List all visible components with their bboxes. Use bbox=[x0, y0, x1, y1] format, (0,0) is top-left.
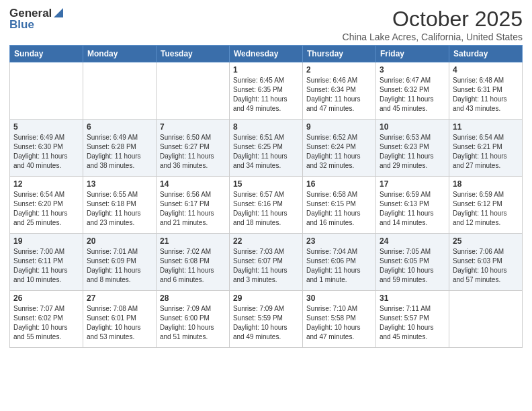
day-info: Sunrise: 6:51 AM Sunset: 6:25 PM Dayligh… bbox=[233, 133, 299, 171]
title-area: October 2025 China Lake Acres, Californi… bbox=[343, 7, 523, 42]
header-monday: Monday bbox=[83, 46, 157, 62]
day-info: Sunrise: 6:55 AM Sunset: 6:18 PM Dayligh… bbox=[87, 190, 152, 228]
table-row: 7Sunrise: 6:50 AM Sunset: 6:27 PM Daylig… bbox=[157, 120, 230, 177]
day-info: Sunrise: 6:59 AM Sunset: 6:13 PM Dayligh… bbox=[380, 190, 445, 228]
header-saturday: Saturday bbox=[449, 46, 523, 62]
day-number: 20 bbox=[87, 236, 152, 246]
day-info: Sunrise: 6:54 AM Sunset: 6:20 PM Dayligh… bbox=[13, 190, 79, 228]
day-info: Sunrise: 6:49 AM Sunset: 6:30 PM Dayligh… bbox=[13, 133, 79, 171]
calendar-week-row: 26Sunrise: 7:07 AM Sunset: 6:02 PM Dayli… bbox=[10, 291, 523, 348]
day-info: Sunrise: 6:49 AM Sunset: 6:28 PM Dayligh… bbox=[87, 133, 152, 171]
calendar-week-row: 12Sunrise: 6:54 AM Sunset: 6:20 PM Dayli… bbox=[10, 177, 523, 234]
logo: General Blue bbox=[9, 7, 63, 32]
weekday-header-row: Sunday Monday Tuesday Wednesday Thursday… bbox=[10, 46, 523, 62]
day-number: 9 bbox=[306, 122, 372, 132]
table-row: 8Sunrise: 6:51 AM Sunset: 6:25 PM Daylig… bbox=[230, 120, 303, 177]
calendar-week-row: 1Sunrise: 6:45 AM Sunset: 6:35 PM Daylig… bbox=[10, 62, 523, 120]
calendar-table: Sunday Monday Tuesday Wednesday Thursday… bbox=[9, 45, 523, 348]
table-row: 23Sunrise: 7:04 AM Sunset: 6:06 PM Dayli… bbox=[303, 234, 376, 291]
day-info: Sunrise: 6:50 AM Sunset: 6:27 PM Dayligh… bbox=[160, 133, 226, 171]
table-row: 15Sunrise: 6:57 AM Sunset: 6:16 PM Dayli… bbox=[230, 177, 303, 234]
table-row: 12Sunrise: 6:54 AM Sunset: 6:20 PM Dayli… bbox=[10, 177, 83, 234]
table-row: 27Sunrise: 7:08 AM Sunset: 6:01 PM Dayli… bbox=[83, 291, 157, 348]
table-row: 29Sunrise: 7:09 AM Sunset: 5:59 PM Dayli… bbox=[230, 291, 303, 348]
day-info: Sunrise: 7:09 AM Sunset: 6:00 PM Dayligh… bbox=[160, 304, 226, 342]
logo-triangle bbox=[54, 8, 63, 20]
day-number: 26 bbox=[13, 293, 79, 303]
day-number: 18 bbox=[453, 179, 519, 189]
day-info: Sunrise: 7:10 AM Sunset: 5:58 PM Dayligh… bbox=[306, 304, 372, 342]
day-info: Sunrise: 7:05 AM Sunset: 6:05 PM Dayligh… bbox=[380, 247, 445, 285]
table-row: 3Sunrise: 6:47 AM Sunset: 6:32 PM Daylig… bbox=[376, 62, 449, 120]
table-row: 6Sunrise: 6:49 AM Sunset: 6:28 PM Daylig… bbox=[83, 120, 157, 177]
table-row: 21Sunrise: 7:02 AM Sunset: 6:08 PM Dayli… bbox=[157, 234, 230, 291]
day-number: 13 bbox=[87, 179, 152, 189]
table-row: 5Sunrise: 6:49 AM Sunset: 6:30 PM Daylig… bbox=[10, 120, 83, 177]
table-row: 10Sunrise: 6:53 AM Sunset: 6:23 PM Dayli… bbox=[376, 120, 449, 177]
day-number: 21 bbox=[160, 236, 226, 246]
day-number: 22 bbox=[233, 236, 299, 246]
table-row: 11Sunrise: 6:54 AM Sunset: 6:21 PM Dayli… bbox=[449, 120, 523, 177]
day-info: Sunrise: 6:47 AM Sunset: 6:32 PM Dayligh… bbox=[380, 76, 445, 113]
day-number: 25 bbox=[453, 236, 519, 246]
day-info: Sunrise: 6:53 AM Sunset: 6:23 PM Dayligh… bbox=[380, 133, 445, 171]
day-info: Sunrise: 7:08 AM Sunset: 6:01 PM Dayligh… bbox=[87, 304, 152, 342]
table-row: 26Sunrise: 7:07 AM Sunset: 6:02 PM Dayli… bbox=[10, 291, 83, 348]
day-number: 5 bbox=[13, 122, 79, 132]
calendar-week-row: 5Sunrise: 6:49 AM Sunset: 6:30 PM Daylig… bbox=[10, 120, 523, 177]
table-row: 9Sunrise: 6:52 AM Sunset: 6:24 PM Daylig… bbox=[303, 120, 376, 177]
day-info: Sunrise: 7:07 AM Sunset: 6:02 PM Dayligh… bbox=[13, 304, 79, 342]
day-number: 19 bbox=[13, 236, 79, 246]
table-row: 22Sunrise: 7:03 AM Sunset: 6:07 PM Dayli… bbox=[230, 234, 303, 291]
table-row bbox=[10, 62, 83, 120]
day-number: 11 bbox=[453, 122, 519, 132]
table-row bbox=[83, 62, 157, 120]
day-info: Sunrise: 6:59 AM Sunset: 6:12 PM Dayligh… bbox=[453, 190, 519, 228]
table-row: 25Sunrise: 7:06 AM Sunset: 6:03 PM Dayli… bbox=[449, 234, 523, 291]
header: General Blue October 2025 China Lake Acr… bbox=[9, 7, 523, 42]
table-row: 1Sunrise: 6:45 AM Sunset: 6:35 PM Daylig… bbox=[230, 62, 303, 120]
day-number: 16 bbox=[306, 179, 372, 189]
table-row: 19Sunrise: 7:00 AM Sunset: 6:11 PM Dayli… bbox=[10, 234, 83, 291]
table-row: 18Sunrise: 6:59 AM Sunset: 6:12 PM Dayli… bbox=[449, 177, 523, 234]
day-number: 6 bbox=[87, 122, 152, 132]
page-container: General Blue October 2025 China Lake Acr… bbox=[0, 0, 532, 411]
month-title: October 2025 bbox=[343, 7, 523, 32]
header-sunday: Sunday bbox=[10, 46, 83, 62]
day-number: 29 bbox=[233, 293, 299, 303]
day-number: 3 bbox=[380, 65, 445, 75]
header-thursday: Thursday bbox=[303, 46, 376, 62]
day-number: 30 bbox=[306, 293, 372, 303]
day-number: 31 bbox=[380, 293, 445, 303]
day-number: 17 bbox=[380, 179, 445, 189]
header-tuesday: Tuesday bbox=[157, 46, 230, 62]
day-number: 14 bbox=[160, 179, 226, 189]
table-row: 2Sunrise: 6:46 AM Sunset: 6:34 PM Daylig… bbox=[303, 62, 376, 120]
day-info: Sunrise: 7:09 AM Sunset: 5:59 PM Dayligh… bbox=[233, 304, 299, 342]
day-info: Sunrise: 7:04 AM Sunset: 6:06 PM Dayligh… bbox=[306, 247, 372, 285]
day-info: Sunrise: 7:02 AM Sunset: 6:08 PM Dayligh… bbox=[160, 247, 226, 285]
day-info: Sunrise: 6:57 AM Sunset: 6:16 PM Dayligh… bbox=[233, 190, 299, 228]
day-info: Sunrise: 6:45 AM Sunset: 6:35 PM Dayligh… bbox=[233, 76, 299, 113]
day-info: Sunrise: 6:48 AM Sunset: 6:31 PM Dayligh… bbox=[453, 76, 519, 113]
svg-marker-0 bbox=[54, 8, 63, 17]
table-row: 30Sunrise: 7:10 AM Sunset: 5:58 PM Dayli… bbox=[303, 291, 376, 348]
day-info: Sunrise: 6:46 AM Sunset: 6:34 PM Dayligh… bbox=[306, 76, 372, 113]
day-number: 4 bbox=[453, 65, 519, 75]
day-number: 8 bbox=[233, 122, 299, 132]
table-row: 20Sunrise: 7:01 AM Sunset: 6:09 PM Dayli… bbox=[83, 234, 157, 291]
day-info: Sunrise: 7:11 AM Sunset: 5:57 PM Dayligh… bbox=[380, 304, 445, 342]
table-row: 31Sunrise: 7:11 AM Sunset: 5:57 PM Dayli… bbox=[376, 291, 449, 348]
day-number: 7 bbox=[160, 122, 226, 132]
day-info: Sunrise: 6:56 AM Sunset: 6:17 PM Dayligh… bbox=[160, 190, 226, 228]
day-number: 15 bbox=[233, 179, 299, 189]
calendar-week-row: 19Sunrise: 7:00 AM Sunset: 6:11 PM Dayli… bbox=[10, 234, 523, 291]
table-row bbox=[449, 291, 523, 348]
table-row: 4Sunrise: 6:48 AM Sunset: 6:31 PM Daylig… bbox=[449, 62, 523, 120]
day-number: 24 bbox=[380, 236, 445, 246]
header-wednesday: Wednesday bbox=[230, 46, 303, 62]
table-row: 13Sunrise: 6:55 AM Sunset: 6:18 PM Dayli… bbox=[83, 177, 157, 234]
day-number: 28 bbox=[160, 293, 226, 303]
table-row: 14Sunrise: 6:56 AM Sunset: 6:17 PM Dayli… bbox=[157, 177, 230, 234]
day-info: Sunrise: 7:03 AM Sunset: 6:07 PM Dayligh… bbox=[233, 247, 299, 285]
